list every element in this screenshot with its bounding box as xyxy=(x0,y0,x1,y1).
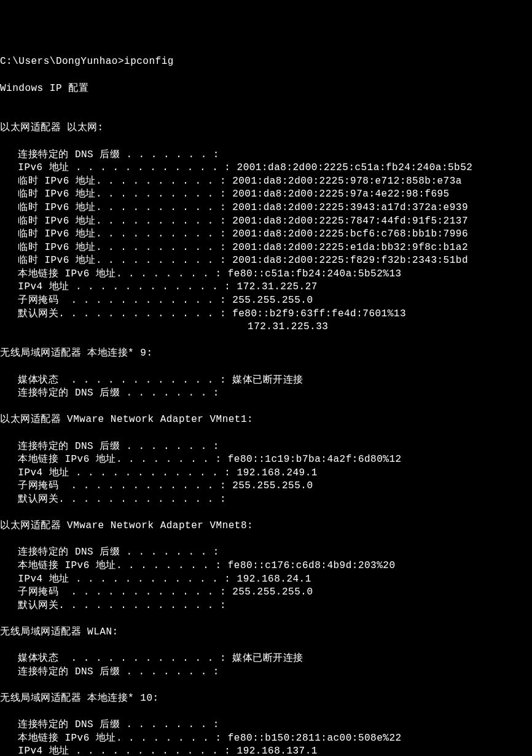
property-line: 临时 IPv6 地址. . . . . . . . . . : 2001:da8… xyxy=(0,254,532,268)
property-label: 本地链接 IPv6 地址. . . . . . . . : xyxy=(12,732,228,746)
property-value: fe80::c176:c6d8:4b9d:203%20 xyxy=(228,560,396,571)
property-line: IPv4 地址 . . . . . . . . . . . . : 192.16… xyxy=(0,467,532,480)
property-value: 2001:da8:2d00:2225:c51a:fb24:240a:5b52 xyxy=(237,162,473,173)
blank xyxy=(0,679,532,692)
property-line: 临时 IPv6 地址. . . . . . . . . . : 2001:da8… xyxy=(0,215,532,228)
property-label: 子网掩码 . . . . . . . . . . . . : xyxy=(12,480,232,493)
property-value: 2001:da8:2d00:2225:7847:44fd:91f5:2137 xyxy=(232,216,468,227)
property-value: fe80::b2f9:63ff:fe4d:7601%13 xyxy=(232,308,406,319)
property-label: 媒体状态 . . . . . . . . . . . . : xyxy=(12,652,232,666)
property-label: 临时 IPv6 地址. . . . . . . . . . : xyxy=(12,188,232,201)
property-line: 连接特定的 DNS 后缀 . . . . . . . : xyxy=(0,546,532,559)
terminal-output[interactable]: C:\Users\DongYunhao>ipconfigWindows IP 配… xyxy=(0,55,532,756)
property-value: fe80::b150:2811:ac00:508e%22 xyxy=(228,733,402,744)
property-line: 临时 IPv6 地址. . . . . . . . . . : 2001:da8… xyxy=(0,188,532,201)
property-label: 连接特定的 DNS 后缀 . . . . . . . : xyxy=(12,546,219,559)
property-line: 子网掩码 . . . . . . . . . . . . : 255.255.2… xyxy=(0,480,532,493)
blank xyxy=(0,109,532,122)
property-value: 2001:da8:2d00:2225:978:e712:858b:e73a xyxy=(232,176,462,187)
blank xyxy=(0,400,532,414)
adapters-list: 以太网适配器 以太网: 连接特定的 DNS 后缀 . . . . . . . :… xyxy=(0,109,532,756)
property-value: fe80::c51a:fb24:240a:5b52%13 xyxy=(228,268,402,279)
command-prompt: C:\Users\DongYunhao>ipconfig xyxy=(0,55,532,69)
property-label: 本地链接 IPv6 地址. . . . . . . . : xyxy=(12,559,228,573)
property-line: 本地链接 IPv6 地址. . . . . . . . : fe80::b150… xyxy=(0,732,532,746)
property-line: 本地链接 IPv6 地址. . . . . . . . : fe80::1c19… xyxy=(0,453,532,467)
property-value: 172.31.225.27 xyxy=(237,281,318,292)
padding xyxy=(12,321,248,332)
property-label: 本地链接 IPv6 地址. . . . . . . . : xyxy=(12,268,228,281)
property-value: 192.168.137.1 xyxy=(237,746,318,756)
blank xyxy=(0,639,532,653)
property-value: 媒体已断开连接 xyxy=(232,375,303,386)
property-label: 媒体状态 . . . . . . . . . . . . : xyxy=(12,374,232,388)
blank xyxy=(0,705,532,719)
property-line: IPv4 地址 . . . . . . . . . . . . : 192.16… xyxy=(0,573,532,586)
property-value: fe80::1c19:b7ba:4a2f:6d80%12 xyxy=(228,454,402,465)
property-label: IPv4 地址 . . . . . . . . . . . . : xyxy=(12,281,237,294)
adapter-title: 以太网适配器 VMware Network Adapter VMnet1: xyxy=(0,413,532,427)
property-value: 2001:da8:2d00:2225:e1da:bb32:9f8c:b1a2 xyxy=(232,242,468,253)
property-value: 2001:da8:2d00:2225:bcf6:c768:bb1b:7996 xyxy=(232,228,468,240)
blank xyxy=(0,427,532,440)
property-line: 临时 IPv6 地址. . . . . . . . . . : 2001:da8… xyxy=(0,228,532,241)
blank xyxy=(0,360,532,374)
adapter-title: 无线局域网适配器 WLAN: xyxy=(0,626,532,639)
property-value: 255.255.255.0 xyxy=(232,480,313,491)
property-line: 连接特定的 DNS 后缀 . . . . . . . : xyxy=(0,666,532,679)
property-line: 子网掩码 . . . . . . . . . . . . : 255.255.2… xyxy=(0,586,532,599)
property-line: 临时 IPv6 地址. . . . . . . . . . : 2001:da8… xyxy=(0,201,532,215)
blank xyxy=(0,69,532,82)
blank xyxy=(0,533,532,547)
property-line: 本地链接 IPv6 地址. . . . . . . . : fe80::c176… xyxy=(0,559,532,573)
property-line: 临时 IPv6 地址. . . . . . . . . . : 2001:da8… xyxy=(0,241,532,255)
property-value: 255.255.255.0 xyxy=(232,586,313,598)
property-line: 默认网关. . . . . . . . . . . . . : xyxy=(0,599,532,613)
blank xyxy=(0,135,532,149)
property-label: 默认网关. . . . . . . . . . . . . : xyxy=(12,493,226,507)
property-label: 临时 IPv6 地址. . . . . . . . . . : xyxy=(12,241,232,255)
property-line: 连接特定的 DNS 后缀 . . . . . . . : xyxy=(0,719,532,732)
adapter-title: 无线局域网适配器 本地连接* 10: xyxy=(0,692,532,706)
property-label: 连接特定的 DNS 后缀 . . . . . . . : xyxy=(12,719,219,732)
property-value: 172.31.225.33 xyxy=(248,321,328,332)
property-label: 本地链接 IPv6 地址. . . . . . . . : xyxy=(12,453,228,467)
property-label: 临时 IPv6 地址. . . . . . . . . . : xyxy=(12,175,232,189)
blank xyxy=(0,507,532,520)
property-line: IPv4 地址 . . . . . . . . . . . . : 192.16… xyxy=(0,745,532,756)
adapter-title: 无线局域网适配器 本地连接* 9: xyxy=(0,347,532,360)
property-value: 255.255.255.0 xyxy=(232,295,313,306)
property-line: 本地链接 IPv6 地址. . . . . . . . : fe80::c51a… xyxy=(0,268,532,281)
property-label: IPv4 地址 . . . . . . . . . . . . : xyxy=(12,745,237,756)
property-label: 临时 IPv6 地址. . . . . . . . . . : xyxy=(12,201,232,215)
blank xyxy=(0,95,532,109)
property-line: 媒体状态 . . . . . . . . . . . . : 媒体已断开连接 xyxy=(0,652,532,666)
property-label: 连接特定的 DNS 后缀 . . . . . . . : xyxy=(12,666,219,679)
property-line: 子网掩码 . . . . . . . . . . . . : 255.255.2… xyxy=(0,294,532,308)
property-extra-value: 172.31.225.33 xyxy=(0,321,532,334)
property-label: 默认网关. . . . . . . . . . . . . : xyxy=(12,599,226,613)
property-label: IPv4 地址 . . . . . . . . . . . . : xyxy=(12,467,237,480)
property-label: 默认网关. . . . . . . . . . . . . : xyxy=(12,308,232,321)
property-label: IPv6 地址 . . . . . . . . . . . . : xyxy=(12,162,237,175)
property-line: IPv6 地址 . . . . . . . . . . . . : 2001:d… xyxy=(0,162,532,175)
blank xyxy=(0,612,532,626)
property-value: 192.168.24.1 xyxy=(237,574,311,585)
adapter-title: 以太网适配器 以太网: xyxy=(0,122,532,135)
property-line: IPv4 地址 . . . . . . . . . . . . : 172.31… xyxy=(0,281,532,294)
adapter-title: 以太网适配器 VMware Network Adapter VMnet8: xyxy=(0,520,532,533)
property-value: 媒体已断开连接 xyxy=(232,653,303,664)
blank xyxy=(0,334,532,348)
ipconfig-header: Windows IP 配置 xyxy=(0,82,532,96)
property-line: 默认网关. . . . . . . . . . . . . : xyxy=(0,493,532,507)
property-label: 子网掩码 . . . . . . . . . . . . : xyxy=(12,294,232,308)
property-line: 连接特定的 DNS 后缀 . . . . . . . : xyxy=(0,149,532,162)
property-label: 连接特定的 DNS 后缀 . . . . . . . : xyxy=(12,149,219,162)
property-value: 2001:da8:2d00:2225:3943:a17d:372a:e939 xyxy=(232,202,468,213)
property-value: 2001:da8:2d00:2225:97a:4e22:98:f695 xyxy=(232,189,450,200)
property-value: 192.168.249.1 xyxy=(237,467,318,478)
property-value: 2001:da8:2d00:2225:f829:f32b:2343:51bd xyxy=(232,255,468,266)
property-label: 连接特定的 DNS 后缀 . . . . . . . : xyxy=(12,440,219,454)
property-label: 临时 IPv6 地址. . . . . . . . . . : xyxy=(12,254,232,268)
property-line: 默认网关. . . . . . . . . . . . . : fe80::b2… xyxy=(0,308,532,321)
